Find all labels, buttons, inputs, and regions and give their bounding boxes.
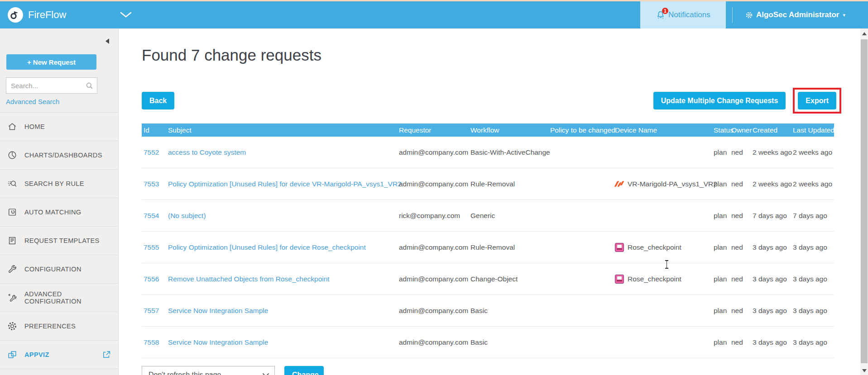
change-button[interactable]: Change xyxy=(284,366,324,375)
notifications-tab[interactable]: 1 Notifications xyxy=(640,1,726,28)
scrollbar-up-arrow[interactable] xyxy=(862,32,867,35)
refresh-select-value: Don't refresh this page. xyxy=(149,371,263,375)
request-id-link[interactable]: 7552 xyxy=(144,148,159,156)
device-name-cell: VR-Marigold-PA_vsys1_VR2 xyxy=(613,180,712,188)
sidebar-collapse-arrow[interactable] xyxy=(106,38,109,44)
scrollbar-thumb[interactable] xyxy=(861,39,868,363)
requestor-cell: admin@company.com xyxy=(397,243,469,252)
sidebar-item-auto-matching[interactable]: AUTO MATCHING xyxy=(0,198,118,226)
request-subject-link[interactable]: Service Now Integration Sample xyxy=(168,338,268,346)
column-header-owner[interactable]: Owner xyxy=(729,126,751,134)
column-header-workflow[interactable]: Workflow xyxy=(469,126,548,134)
sidebar-item-configuration[interactable]: CONFIGURATION xyxy=(0,255,118,283)
table-row: 7556 Remove Unattached Objects from Rose… xyxy=(142,263,834,295)
table-row: 7557 Service Now Integration Sample admi… xyxy=(142,295,834,327)
request-subject-link[interactable]: Policy Optimization [Unused Rules] for d… xyxy=(168,180,402,188)
requestor-cell: admin@company.com xyxy=(397,180,469,188)
table-row: 7553 Policy Optimization [Unused Rules] … xyxy=(142,168,834,200)
back-button[interactable]: Back xyxy=(142,92,174,109)
new-request-button[interactable]: + New Request xyxy=(6,54,96,70)
last-updated-cell: 2 weeks ago xyxy=(791,180,834,188)
user-name: AlgoSec Administrator xyxy=(756,10,839,19)
status-cell: plan xyxy=(712,212,729,220)
update-multiple-change-requests-button[interactable]: Update Multiple Change Requests xyxy=(653,92,786,109)
column-header-status[interactable]: Status xyxy=(712,126,729,134)
gear-icon xyxy=(7,321,17,331)
last-updated-cell: 3 days ago xyxy=(791,275,834,283)
chevron-down-icon xyxy=(263,373,269,375)
column-header-created[interactable]: Created xyxy=(751,126,791,134)
device-name-cell: Rose_checkpoint xyxy=(613,243,712,252)
column-header-last-updated[interactable]: Last Updated xyxy=(791,126,834,134)
status-cell: plan xyxy=(712,243,729,252)
actions-row: Back Update Multiple Change Requests Exp… xyxy=(142,88,834,114)
export-button[interactable]: Export xyxy=(798,92,836,109)
sidebar-item-advanced-configuration[interactable]: ADVANCED CONFIGURATION xyxy=(0,283,118,312)
request-subject-link[interactable]: (No subject) xyxy=(168,212,206,219)
external-link-icon[interactable] xyxy=(102,350,111,359)
last-updated-cell: 3 days ago xyxy=(791,243,834,252)
column-header-policy[interactable]: Policy to be changed xyxy=(548,126,613,134)
request-id-link[interactable]: 7555 xyxy=(144,243,159,251)
owner-cell: ned xyxy=(729,148,751,157)
request-subject-link[interactable]: Policy Optimization [Unused Rules] for d… xyxy=(168,243,366,251)
status-cell: plan xyxy=(712,275,729,283)
refresh-select[interactable]: Don't refresh this page. xyxy=(142,366,275,375)
page-title: Found 7 change requests xyxy=(142,45,868,65)
search-input[interactable] xyxy=(6,78,97,93)
scrollbar-down-arrow[interactable] xyxy=(862,369,867,372)
sidebar-item-charts-dashboards[interactable]: CHARTS/DASHBOARDS xyxy=(0,141,118,169)
requestor-cell: admin@company.com xyxy=(397,307,469,315)
sidebar-item-home[interactable]: HOME xyxy=(0,112,118,141)
last-updated-cell: 3 days ago xyxy=(791,307,834,315)
wrench-icon xyxy=(7,264,17,274)
auto-matching-icon xyxy=(7,207,17,217)
chevron-down-icon[interactable] xyxy=(120,12,132,18)
owner-cell: ned xyxy=(729,275,751,283)
request-id-link[interactable]: 7553 xyxy=(144,180,159,188)
table-row: 7552 access to Coyote system admin@compa… xyxy=(142,137,834,168)
request-subject-link[interactable]: Remove Unattached Objects from Rose_chec… xyxy=(168,275,330,283)
sidebar-item-appviz[interactable]: APPVIZ xyxy=(0,340,118,369)
user-menu[interactable]: AlgoSec Administrator ▾ xyxy=(745,1,845,28)
search-rule-icon xyxy=(7,179,17,189)
device-name: Rose_checkpoint xyxy=(628,243,681,252)
column-header-subject[interactable]: Subject xyxy=(166,126,397,134)
subject-cell: Policy Optimization [Unused Rules] for d… xyxy=(166,243,397,252)
last-updated-cell: 7 days ago xyxy=(791,212,834,220)
sidebar-item-preferences[interactable]: PREFERENCES xyxy=(0,312,118,340)
column-header-requestor[interactable]: Requestor xyxy=(397,126,469,134)
status-cell: plan xyxy=(712,307,729,315)
topbar-divider xyxy=(732,7,733,23)
app-title: FireFlow xyxy=(28,9,66,21)
home-icon xyxy=(7,122,17,132)
requestor-cell: admin@company.com xyxy=(397,148,469,157)
sidebar-item-request-templates[interactable]: REQUEST TEMPLATES xyxy=(0,226,118,255)
subject-cell: Service Now Integration Sample xyxy=(166,338,397,347)
request-subject-link[interactable]: Service Now Integration Sample xyxy=(168,307,268,314)
request-id-link[interactable]: 7556 xyxy=(144,275,159,283)
column-header-device-name[interactable]: Device Name xyxy=(613,126,712,134)
search-icon xyxy=(85,81,94,90)
request-id-link[interactable]: 7554 xyxy=(144,212,159,219)
advanced-search-link[interactable]: Advanced Search xyxy=(6,98,59,105)
owner-cell: ned xyxy=(729,180,751,188)
owner-cell: ned xyxy=(729,307,751,315)
subject-cell: (No subject) xyxy=(166,212,397,220)
table-row: 7558 Service Now Integration Sample admi… xyxy=(142,327,834,358)
request-subject-link[interactable]: access to Coyote system xyxy=(168,148,246,156)
appviz-icon xyxy=(7,350,17,360)
sidebar-item-search-by-rule[interactable]: SEARCH BY RULE xyxy=(0,169,118,198)
created-cell: 2 weeks ago xyxy=(751,148,791,157)
created-cell: 3 days ago xyxy=(751,243,791,252)
id-cell: 7557 xyxy=(142,307,166,315)
request-id-link[interactable]: 7557 xyxy=(144,307,159,314)
column-header-id[interactable]: Id xyxy=(142,126,166,134)
id-cell: 7555 xyxy=(142,243,166,252)
device-name: Rose_checkpoint xyxy=(628,275,681,283)
device-name: VR-Marigold-PA_vsys1_VR2 xyxy=(628,180,717,188)
checkpoint-device-icon xyxy=(615,243,624,252)
request-id-link[interactable]: 7558 xyxy=(144,338,159,346)
workflow-cell: Change-Object xyxy=(469,275,548,283)
charts-icon xyxy=(7,150,17,160)
